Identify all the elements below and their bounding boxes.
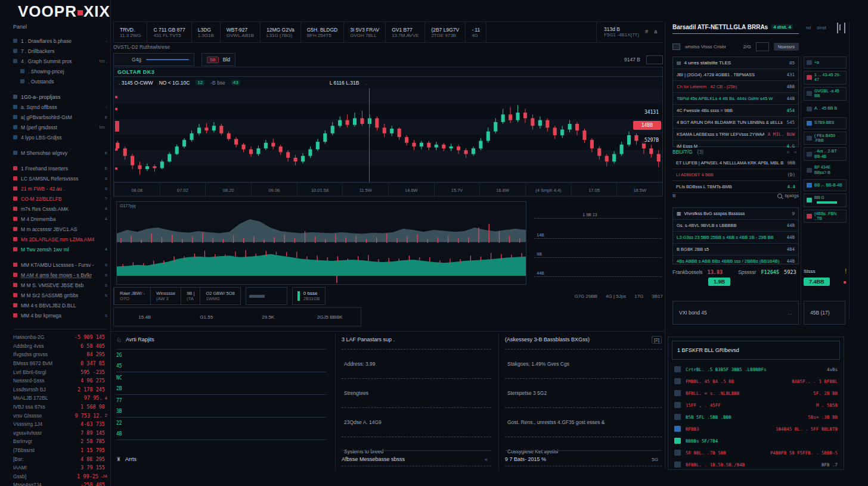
toolbar-progress[interactable] (246, 287, 287, 305)
level-row[interactable]: NC (116, 372, 326, 384)
chevron-left-icon[interactable]: < (485, 457, 491, 462)
timeframe-tab[interactable]: 15.4B (114, 308, 176, 326)
order-row[interactable]: KSAMA LAEBEsss s TRW LEFVsss 2YWAAA 4 3M… (673, 129, 798, 141)
list-item[interactable]: Address: 3.99 (342, 350, 491, 379)
watchlist-row[interactable]: Hassonba-2G -5 909 145 (13, 333, 107, 342)
level-row[interactable]: 2B (116, 384, 326, 395)
toolbar-stat[interactable]: 9B | (7A (181, 288, 200, 304)
signal-card[interactable]: +a (804, 57, 847, 68)
x-axis-tick[interactable]: 09.06 (251, 183, 297, 197)
toolbar-right-stat[interactable]: 3B17 (652, 294, 663, 299)
feed-row[interactable]: BFBB3 1B4B45 BL. . 5FF BBLBTB (668, 423, 844, 435)
sidebar-item[interactable]: . Outstands (13, 76, 107, 86)
x-axis-tick[interactable]: 18.5W (616, 183, 662, 197)
timeframe-tab[interactable]: 29.5K (237, 308, 299, 326)
stat-cell[interactable]: 12MG G2Va L31G (7BG) (260, 22, 300, 42)
feed-header[interactable]: 1 BFSKFR BLL GRIbevsd (672, 341, 840, 360)
watchlist-row[interactable]: Lvrl Bbr6-6srgl 595 -235 (13, 367, 107, 376)
stat-cell[interactable]: - 11 4G (465, 22, 486, 42)
order-row[interactable]: PLIs BDBsss L TBMTs-BMB 4.4 (672, 181, 799, 193)
order-row[interactable]: TBPid 45s APBLKLs 4 4B Bs. 444s Gsfrtr s… (673, 93, 798, 105)
panastars-footer[interactable]: Afbsse Messebasse sbsss (342, 456, 405, 462)
stat-cell[interactable]: C 711 GB 877 431 FL TVT5 (147, 22, 191, 42)
watchlist-row[interactable]: MsALJB 172BL 97 95. 4 (13, 394, 107, 403)
signal-card[interactable]: BB G (804, 194, 847, 207)
list-item[interactable]: Sterspetse 3 5G2 (505, 379, 662, 408)
newsstand-button[interactable]: Nswssrs (774, 43, 799, 51)
mandelbrot-footer[interactable]: 9 7 Bats- 2015 % (505, 456, 546, 462)
feed-row[interactable]: B5B 5FL .5BB .BBB 5Bs= .3B BB (668, 411, 844, 423)
x-axis-tick[interactable]: 15.7V (434, 183, 480, 197)
signal-card[interactable]: A. . 45 BB B (804, 103, 847, 115)
timeframe-tab[interactable]: 2GJ5 BBBK (299, 308, 361, 326)
watchlist-row[interactable]: Addsbrg 4vss 6 58 405 (13, 342, 107, 351)
count-footer[interactable]: 45B (17) (804, 301, 845, 325)
signal-card[interactable]: . 4vs .. 2-BT BB-4B (804, 147, 847, 161)
watchlist-row[interactable]: Bsrlrrvgr 2 58 785 (13, 437, 107, 446)
levels-footer-label[interactable]: Arrts (125, 456, 137, 462)
watchlist-row[interactable]: vrsv Glsssse 9 753 12. 2 (13, 411, 107, 420)
sidebar-item[interactable]: M Twv zemsh 1wv ml 4 (13, 244, 107, 254)
toolbar-right-stat[interactable]: 4G | 5Jps (606, 294, 626, 299)
x-axis-tick[interactable]: 07.02 (160, 183, 206, 197)
watchlist-row[interactable]: vgssv4vlsssr 7 89 145 (13, 429, 107, 438)
stat-cell[interactable]: (2B7 L9G7V 2TGE 973B (424, 22, 465, 42)
stat-cell[interactable]: 3I 5V3 FRAV GVGH 7BLL (343, 22, 385, 42)
x-axis-tick[interactable]: 06.08 (114, 183, 160, 197)
watchlist-row[interactable]: Nesssrd-Ssss 4 96 275 (13, 376, 107, 385)
x-axis-tick[interactable]: 10.01.58 (297, 183, 343, 197)
toolbar-right-stat[interactable]: 17G (634, 294, 643, 299)
sidebar-item[interactable]: 21 m FWB - 42.au . s (13, 183, 107, 194)
layout-icons[interactable]: = = (786, 149, 799, 155)
feed-row[interactable]: BFBLL. = s. .NLBLBBB 5F. 2B BB (668, 387, 844, 399)
signal-card[interactable]: GVGBL -a 45 BB (804, 87, 847, 101)
x-axis-tick[interactable]: 08.20 (205, 183, 251, 197)
sidebar-item[interactable]: M AM 4 ams fee mows - s Bvlkr s (13, 270, 107, 280)
level-row[interactable]: 22 (116, 418, 326, 429)
level-row[interactable]: 4B (116, 429, 326, 441)
feed-row[interactable]: BBBBs 5F/7B4 (668, 435, 844, 447)
order-row[interactable]: JBI | (2GG4) .4728 4GBB1 . TBPMASS 431 (673, 69, 798, 81)
expand-icon[interactable]: [2] (652, 336, 662, 344)
stat-cell[interactable]: WBT-927 GVWL.AB1B (220, 22, 260, 42)
watchlist-row[interactable]: Vssssrrg 1J4 4-63 735 (13, 420, 107, 429)
signal-card[interactable]: 1 ... 43-45 29-47 (804, 71, 847, 85)
bond-footer[interactable]: VXI bond 45 .. (672, 301, 799, 325)
sidebar-item[interactable]: 4 . Graph Summit pros tm , (13, 56, 107, 66)
sidebar-item[interactable]: MM KTAMBU Lscssses - Fursv - s (13, 260, 107, 270)
interval-slider[interactable]: G4g (113, 53, 194, 66)
sidebar-item[interactable]: M (perf grsdssst tm , (13, 122, 107, 132)
order-row[interactable]: 4Bs ABBB s ABB BBs 4BBB sss / 2BBBs (BB1… (673, 256, 798, 267)
level-row[interactable]: 77 (116, 395, 326, 406)
sidebar-item[interactable]: 1G0-a- propljass (13, 92, 107, 102)
stat-cell[interactable]: GV1 B77 13.7M.AVVE (385, 22, 424, 42)
level-row[interactable]: 2G (116, 350, 326, 361)
feed-row[interactable]: FMBBL. 45 BA .5 BB BAB5F.. . 1 BFBBL (668, 375, 844, 387)
order-row[interactable]: 4 BGT ARUN DR4 BLDAMKE TUN LBNBNs & sELL… (673, 117, 798, 129)
confirm-buy-button[interactable]: 7.4BB (804, 278, 830, 286)
stat-cell[interactable]: TRVD. 11.3 2WG (113, 22, 147, 42)
sparkle-icon[interactable]: # (645, 29, 648, 35)
signal-card[interactable]: BF 434E BBss? B (804, 163, 847, 177)
signal-card[interactable]: (4BBs .FBN ..TB (804, 210, 847, 223)
sidebar-item[interactable]: m7s Res Csssb.AMK 4 (13, 204, 107, 214)
sidebar-item[interactable]: 4 lypo LBS-Grdjss (13, 132, 107, 142)
level-row[interactable]: 3B (116, 406, 326, 418)
toolbar-stat[interactable]: Rawr JBW/ - O7O (114, 288, 150, 304)
legend-badge[interactable]: 12 (196, 80, 204, 85)
order-row[interactable]: L3 G3ss 23 5BB 25BB s 4BB s 4BB 1B - 29B… (673, 232, 798, 244)
legend-badge[interactable]: 43 (231, 80, 240, 85)
mini-range-box[interactable] (646, 55, 663, 64)
x-axis-tick[interactable]: 14.6W (388, 183, 434, 197)
order-row[interactable]: 4C Fwessle 4Bs ssss = 9BB 454 (673, 105, 798, 117)
signal-card[interactable]: S7B9-BBS (804, 117, 847, 129)
sidebar-item[interactable]: 1 Freehand Inserters b (13, 163, 107, 173)
signal-card[interactable]: BB .-. BB-B-4B (804, 179, 847, 191)
order-row[interactable]: Gs. s-4BVL 9BVLB s LBBBBB 44B (673, 220, 798, 232)
timeframe-tab[interactable]: G1.55 (176, 308, 238, 326)
buy-toggle[interactable]: 5B Bld (202, 53, 235, 66)
toolbar-right-stat[interactable]: G7G 29BB (574, 294, 597, 299)
feed-row[interactable]: BFBBL. . 1B.5B.5B./B4B BFB .7 (668, 459, 844, 471)
toolbar-stat[interactable]: Winsssse (AW 3 (150, 288, 181, 304)
sidebar-item[interactable]: M M S. VMSEVE JBSE Bsb s (13, 280, 107, 290)
